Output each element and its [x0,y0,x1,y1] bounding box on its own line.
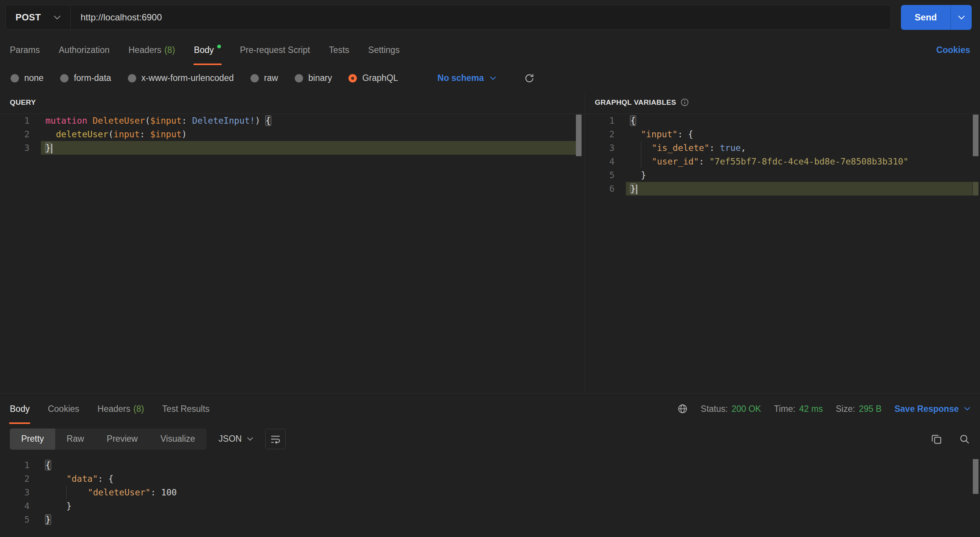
variables-editor[interactable]: 1{2 "input": {3 "is_delete": true,4 "use… [585,113,980,393]
query-editor[interactable]: 1mutation DeleteUser($input: DeleteInput… [0,113,585,393]
refresh-schema-button[interactable] [524,73,535,84]
response-meta: Status: 200 OK Time: 42 ms Size: 295 B S… [677,404,970,414]
code-line: 1{ [0,458,980,472]
status-badge: Status: 200 OK [701,404,761,414]
view-raw[interactable]: Raw [55,429,95,450]
tab-params[interactable]: Params [10,35,40,65]
schema-select[interactable]: No schema [438,73,496,83]
code-line: 3 "is_delete": true, [585,141,980,155]
radio-form-data-label: form-data [74,73,111,83]
line-number: 1 [0,114,30,127]
response-actions [931,434,970,445]
tab-tests[interactable]: Tests [329,35,349,65]
view-preview[interactable]: Preview [95,429,149,450]
code-line: 4 } [0,499,980,513]
send-options-button[interactable] [950,5,972,30]
format-select[interactable]: JSON [219,434,253,444]
url-group: POST http://localhost:6900 [5,5,891,30]
refresh-icon [524,73,535,84]
radio-form-data[interactable]: form-data [60,73,111,83]
tab-body-label: Body [194,45,214,55]
method-select[interactable]: POST [6,5,71,30]
view-pretty[interactable]: Pretty [10,429,55,450]
status-label: Status: [701,404,728,414]
cookies-link[interactable]: Cookies [937,45,970,55]
text-cursor [51,144,52,154]
save-response-label: Save Response [894,404,959,414]
view-visualize[interactable]: Visualize [149,429,207,450]
status-value: 200 OK [732,404,761,414]
body-content-dot [217,44,221,48]
query-panel: QUERY 1mutation DeleteUser($input: Delet… [0,91,585,393]
line-number: 2 [0,127,30,141]
url-input[interactable]: http://localhost:6900 [71,12,162,23]
radio-binary[interactable]: binary [295,73,332,83]
code-line: 2 "input": { [585,127,980,141]
time-badge: Time: 42 ms [774,404,822,414]
code-line: 6} [585,182,980,195]
code-text: } [626,182,972,195]
line-number: 5 [585,168,614,182]
chevron-down-icon [54,16,60,20]
radio-icon [295,74,303,83]
scrollbar-thumb[interactable] [973,114,978,156]
tab-prerequest-script[interactable]: Pre-request Script [240,35,310,65]
code-text: } [41,513,972,526]
response-view-switch: Pretty Raw Preview Visualize [10,429,207,450]
code-text: "input": { [626,127,972,141]
response-headers-count-badge: (8) [133,404,144,414]
code-text: } [41,499,972,513]
current-line-marker [973,182,978,195]
code-text: } [41,141,577,155]
query-title: QUERY [10,99,36,106]
scrollbar-thumb[interactable] [973,459,978,494]
code-text: } [626,168,972,182]
size-label: Size: [836,404,855,414]
line-number: 4 [0,499,30,513]
request-bar: POST http://localhost:6900 Send [0,0,980,35]
tab-settings[interactable]: Settings [368,35,399,65]
save-response-button[interactable]: Save Response [894,404,970,414]
response-tab-cookies[interactable]: Cookies [48,394,79,424]
copy-icon[interactable] [931,434,942,445]
tab-body[interactable]: Body [194,35,221,65]
response-tab-headers[interactable]: Headers (8) [98,394,144,424]
line-number: 3 [0,141,30,155]
radio-graphql[interactable]: GraphQL [348,73,398,83]
code-text: "data": { [41,472,972,486]
radio-none[interactable]: none [11,73,43,83]
radio-raw[interactable]: raw [250,73,278,83]
radio-binary-label: binary [309,73,332,83]
radio-icon [250,74,259,83]
code-line: 5 } [585,168,980,182]
radio-icon [60,74,68,83]
variables-title: GRAPHQL VARIABLES [595,99,676,106]
response-body-viewer[interactable]: 1{2 "data": {3 "deleteUser": 1004 }5} [0,454,980,537]
code-text: "user_id": "7ef55bf7-8fdc-4ce4-bd8e-7e85… [626,155,972,168]
radio-urlencoded[interactable]: x-www-form-urlencoded [128,73,234,83]
response-section: Body Cookies Headers (8) Test Results St… [0,393,980,537]
code-text: "deleteUser": 100 [41,486,972,499]
tab-headers[interactable]: Headers (8) [129,35,175,65]
search-icon[interactable] [959,434,970,445]
send-button[interactable]: Send [901,5,950,30]
radio-graphql-label: GraphQL [362,73,398,83]
tab-authorization[interactable]: Authorization [59,35,109,65]
code-line: 3 "deleteUser": 100 [0,486,980,499]
globe-icon[interactable] [677,404,688,414]
scrollbar-thumb[interactable] [576,114,582,156]
body-type-selector: none form-data x-www-form-urlencoded raw… [0,65,980,91]
line-number: 4 [585,155,614,168]
response-tabs: Body Cookies Headers (8) Test Results St… [0,394,980,424]
line-number: 5 [0,513,30,526]
line-number: 2 [585,127,614,141]
size-value: 295 B [859,404,881,414]
code-line: 2 deleteUser(input: $input) [0,127,585,141]
response-tab-test-results[interactable]: Test Results [162,394,210,424]
radio-icon [128,74,136,83]
wrap-lines-button[interactable] [265,429,286,449]
code-text: "is_delete": true, [626,141,972,155]
text-cursor [636,184,637,194]
response-tab-body[interactable]: Body [10,394,30,424]
chevron-down-icon [964,407,970,411]
